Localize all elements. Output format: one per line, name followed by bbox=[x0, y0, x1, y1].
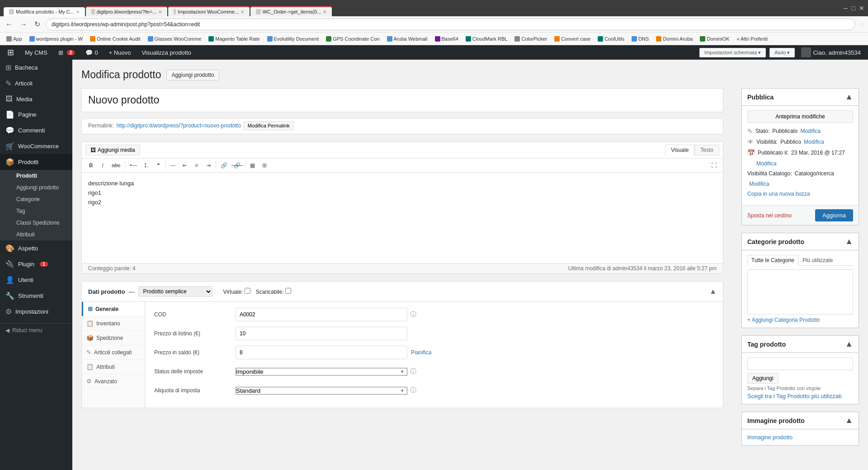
preview-btn[interactable]: Anteprima modifiche bbox=[747, 110, 853, 123]
bookmark-cookie[interactable]: Online Cookie Audit bbox=[87, 35, 143, 42]
admin-bar-site[interactable]: My CMS bbox=[22, 45, 50, 60]
bookmark-convertcase[interactable]: Convert case bbox=[552, 35, 593, 42]
bookmark-gps[interactable]: GPS Coordinate Con bbox=[323, 35, 382, 42]
product-type-select[interactable]: Prodotto semplice Prodotto raggruppato P… bbox=[138, 286, 212, 297]
italic-btn[interactable]: I bbox=[97, 160, 108, 170]
add-new-button[interactable]: Aggiungi prodotto bbox=[166, 70, 219, 80]
align-left-btn[interactable]: ⇤ bbox=[179, 160, 190, 170]
unlink-btn[interactable]: 🔗 bbox=[231, 160, 243, 170]
link-btn[interactable]: 🔗 bbox=[218, 160, 230, 170]
product-data-toggle[interactable]: ▲ bbox=[709, 287, 717, 296]
submenu-classi-spedizione[interactable]: Classi Spedizione bbox=[0, 217, 72, 229]
submenu-attributi[interactable]: Attributi bbox=[0, 229, 72, 240]
browser-tab-4[interactable]: WC_Order->get_items(0... ✕ bbox=[250, 6, 332, 16]
align-right-btn[interactable]: ⇥ bbox=[203, 160, 214, 170]
sidebar-item-woocommerce[interactable]: 🛒 WooCommerce bbox=[0, 138, 72, 154]
sidebar-item-media[interactable]: 🖼 Media bbox=[0, 91, 72, 107]
visibility-edit-link[interactable]: Modifica bbox=[804, 139, 824, 145]
prezzo-saldo-input[interactable] bbox=[236, 346, 407, 359]
sidebar-item-articoli[interactable]: ✎ Articoli bbox=[0, 75, 72, 91]
admin-bar-updates[interactable]: ⊞ 2 bbox=[56, 45, 78, 60]
browser-tab-1[interactable]: Modifica prodotto - My C... ✕ bbox=[4, 7, 85, 16]
categories-list[interactable] bbox=[747, 269, 853, 315]
editor-content[interactable]: descrizione lunga rigo1 rigo2 bbox=[82, 173, 723, 263]
permalink-edit-btn[interactable]: Modifica Permalink bbox=[244, 121, 294, 130]
tab-avanzato[interactable]: ⚙ Avanzato bbox=[82, 374, 145, 389]
product-image-link[interactable]: Immagine prodotto bbox=[747, 434, 793, 441]
bookmark-dns[interactable]: DNS bbox=[629, 35, 651, 42]
strikethrough-btn[interactable]: abc bbox=[109, 160, 123, 170]
ol-btn[interactable]: 1. bbox=[141, 160, 152, 170]
bookmark-evolutility[interactable]: Evolutility Document bbox=[264, 35, 322, 42]
tab-inventario[interactable]: 📋 Inventario bbox=[82, 316, 145, 331]
virtual-checkbox[interactable] bbox=[245, 288, 250, 294]
fullscreen-btn[interactable]: ⛶ bbox=[708, 160, 719, 170]
tab-generale[interactable]: ⊞ Generale bbox=[82, 302, 145, 316]
catalog-visibility-edit-link[interactable]: Modifica bbox=[749, 181, 769, 187]
published-date-edit-link[interactable]: Modifica bbox=[756, 160, 777, 167]
categories-box-toggle[interactable]: ▲ bbox=[845, 237, 853, 246]
aliquota-help-icon[interactable]: ⓘ bbox=[410, 386, 416, 395]
popular-tags-link[interactable]: Scegli tra i Tag Prodotto più utilizzati bbox=[747, 393, 842, 400]
admin-bar-view-product[interactable]: Visualizza prodotto bbox=[139, 45, 194, 60]
back-button[interactable]: ← bbox=[4, 19, 14, 29]
bookmark-domini-aruba[interactable]: Domini Aruba bbox=[653, 35, 695, 42]
prezzo-listino-input[interactable] bbox=[236, 327, 407, 340]
reload-button[interactable]: ↻ bbox=[33, 19, 42, 29]
blockquote-btn[interactable]: ❝ bbox=[153, 160, 164, 170]
sidebar-item-strumenti[interactable]: 🔧 Strumenti bbox=[0, 288, 72, 304]
bookmark-wp-plugin[interactable]: wordpress plugin - W bbox=[27, 35, 85, 42]
sidebar-item-utenti[interactable]: 👤 Utenti bbox=[0, 272, 72, 288]
tags-box-header[interactable]: Tag prodotto ▲ bbox=[742, 336, 859, 353]
bookmark-app[interactable]: App bbox=[4, 35, 25, 42]
bookmark-glasses[interactable]: Glasses WooComme bbox=[145, 35, 204, 42]
text-tab[interactable]: Testo bbox=[694, 145, 719, 155]
tags-box-toggle[interactable]: ▲ bbox=[845, 339, 853, 349]
trash-link[interactable]: Sposta nel cestino bbox=[747, 212, 792, 219]
visual-tab[interactable]: Visuale bbox=[665, 145, 694, 155]
submenu-categorie[interactable]: Categorie bbox=[0, 193, 72, 205]
publish-box-header[interactable]: Pubblica ▲ bbox=[742, 89, 859, 106]
post-title-input[interactable] bbox=[82, 89, 723, 112]
permalink-link[interactable]: http://digitpro.it/wordpress/?product=nu… bbox=[117, 122, 241, 129]
admin-bar-logo[interactable]: ⊞ bbox=[5, 45, 17, 60]
cod-help-icon[interactable]: ⓘ bbox=[410, 310, 416, 319]
image-box-toggle[interactable]: ▲ bbox=[845, 416, 853, 425]
admin-bar-comments[interactable]: 💬 0 bbox=[83, 45, 100, 60]
categories-tab-all[interactable]: Tutte le Categorie bbox=[747, 255, 798, 266]
status-imposte-help-icon[interactable]: ⓘ bbox=[410, 367, 416, 376]
bold-btn[interactable]: B bbox=[85, 160, 96, 170]
sidebar-item-commenti[interactable]: 💬 Commenti bbox=[0, 122, 72, 138]
sidebar-item-aspetto[interactable]: 🎨 Aspetto bbox=[0, 240, 72, 256]
status-edit-link[interactable]: Modifica bbox=[800, 128, 821, 134]
submenu-aggiungi-prodotto[interactable]: Aggiungi prodotto bbox=[0, 182, 72, 193]
browser-tab-2[interactable]: digitpro.it/wordpress/?fe=... ✕ bbox=[86, 6, 167, 16]
admin-bar-new[interactable]: + Nuovo bbox=[106, 45, 134, 60]
tab-close-2[interactable]: ✕ bbox=[158, 9, 162, 14]
bookmark-dominiok[interactable]: DominiOK bbox=[697, 35, 732, 42]
add-tag-btn[interactable]: Aggiungi bbox=[747, 373, 778, 384]
submenu-prodotti-main[interactable]: Prodotti bbox=[0, 170, 72, 182]
pianifica-link[interactable]: Pianifica bbox=[411, 349, 431, 356]
status-imposte-select[interactable]: Imponibile Solo spedizione Nessuno bbox=[236, 368, 407, 376]
aliquota-select[interactable]: Standard Ridotta bbox=[236, 387, 407, 395]
bookmark-coolutils[interactable]: CoolUtils bbox=[595, 35, 627, 42]
bookmark-magento[interactable]: Magento Table Rate bbox=[206, 35, 262, 42]
categories-tab-popular[interactable]: Più utilizzate bbox=[798, 255, 837, 265]
sidebar-item-bacheca[interactable]: ⊞ Bacheca bbox=[0, 60, 72, 75]
url-bar[interactable] bbox=[46, 19, 855, 30]
restore-icon[interactable]: □ bbox=[852, 5, 855, 12]
publish-box-toggle[interactable]: ▲ bbox=[845, 92, 853, 102]
bookmark-base64[interactable]: Base64 bbox=[432, 35, 461, 42]
screen-options-btn[interactable]: Impostazioni schermata ▾ bbox=[699, 48, 766, 57]
bookmark-altri[interactable]: » Altri Preferiti bbox=[734, 35, 770, 42]
sidebar-item-plugin[interactable]: 🔌 Plugin 1 bbox=[0, 256, 72, 272]
update-btn[interactable]: Aggiorna bbox=[815, 209, 853, 221]
cod-input[interactable] bbox=[236, 308, 407, 321]
bookmark-cloudmark[interactable]: CloudMark RBL bbox=[463, 35, 510, 42]
downloadable-checkbox[interactable] bbox=[285, 288, 291, 294]
copy-draft-link[interactable]: Copia in una nuova bozza bbox=[747, 191, 853, 197]
help-btn[interactable]: Aiuto ▾ bbox=[769, 48, 795, 57]
tab-spedizione[interactable]: 📦 Spedizione bbox=[82, 331, 145, 345]
submenu-tag[interactable]: Tag bbox=[0, 205, 72, 217]
